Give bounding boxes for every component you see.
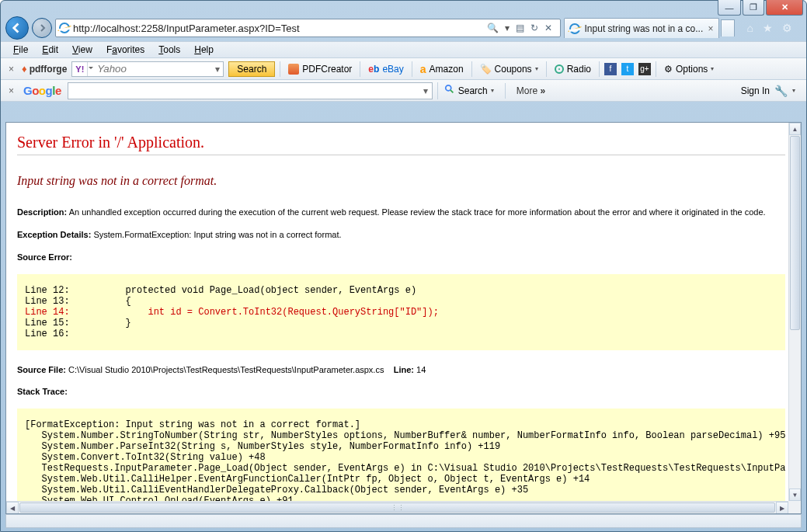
yahoo-search-button[interactable]: Search (228, 61, 275, 77)
menu-view[interactable]: View (66, 43, 99, 57)
pdfforge-logo[interactable]: ♦pdfforge (22, 63, 67, 75)
amazon-icon: a (420, 65, 426, 73)
toolbar1-close-button[interactable]: × (5, 64, 17, 75)
window-frame: — ❐ ✕ 🔍 ▾ ▤ ↻ ✕ Input string wa (0, 0, 807, 532)
source-file: Source File: C:\Visual Studio 2010\Proje… (17, 364, 785, 376)
menu-edit[interactable]: Edit (36, 43, 64, 57)
error-message: Input string was not in a correct format… (17, 174, 785, 188)
svg-line-1 (450, 90, 454, 93)
tab-close-button[interactable]: × (708, 23, 714, 34)
yahoo-icon[interactable]: Y! (72, 62, 88, 76)
exception-details: Exception Details: System.FormatExceptio… (17, 229, 785, 241)
address-bar[interactable]: 🔍 ▾ ▤ ↻ ✕ (55, 19, 561, 37)
window-close-button[interactable]: ✕ (766, 0, 803, 16)
home-icon[interactable]: ⌂ (747, 22, 753, 34)
scroll-thumb-vertical[interactable] (790, 136, 800, 330)
coupons-icon: 🏷️ (480, 64, 492, 75)
twitter-icon[interactable]: t (621, 63, 634, 75)
google-toolbar: × Google ▾ Search▾ More » Sign In 🔧▾ (1, 80, 806, 102)
status-bar (5, 514, 802, 528)
refresh-button[interactable]: ↻ (530, 23, 538, 33)
google-search-input[interactable] (68, 83, 419, 99)
titlebar: — ❐ ✕ (1, 1, 806, 15)
search-icon (444, 84, 455, 97)
new-tab-button[interactable] (721, 19, 735, 37)
pdfcreator-button[interactable]: PDFCreator (285, 64, 355, 75)
horizontal-scrollbar[interactable]: ◀ ⋮⋮ ▶ (6, 501, 788, 513)
source-error-label: Source Error: (17, 252, 785, 263)
toolbar2-close-button[interactable]: × (5, 85, 17, 96)
stop-button[interactable]: ✕ (544, 23, 552, 33)
google-search-button[interactable]: Search▾ (437, 82, 500, 99)
options-button[interactable]: ⚙Options▾ (661, 64, 717, 75)
nav-row: 🔍 ▾ ▤ ↻ ✕ Input string was not in a co..… (5, 15, 802, 41)
svg-point-0 (445, 85, 450, 91)
content-viewport: Server Error in '/' Application. Input s… (5, 122, 802, 514)
google-search-box[interactable]: ▾ (68, 82, 433, 99)
ebay-button[interactable]: eb eBay (365, 64, 406, 75)
menu-bar: File Edit View Favorites Tools Help (1, 41, 806, 58)
menu-tools[interactable]: Tools (152, 43, 186, 57)
browser-tab[interactable]: Input string was not in a co... × (564, 18, 719, 38)
vertical-scrollbar[interactable]: ▲ ▼ (788, 123, 801, 501)
forward-button[interactable] (32, 18, 52, 38)
maximize-button[interactable]: ❐ (743, 0, 764, 16)
google-logo[interactable]: Google (22, 84, 63, 97)
scroll-corner (788, 501, 801, 513)
page-title: Server Error in '/' Application. (17, 134, 785, 151)
signin-button[interactable]: Sign In (741, 85, 770, 96)
yahoo-dropdown-icon[interactable]: ▾ (212, 64, 223, 75)
description: Description: An unhandled exception occu… (17, 207, 785, 218)
scroll-down-button[interactable]: ▼ (789, 489, 801, 501)
menu-help[interactable]: Help (188, 43, 220, 57)
compat-icon[interactable]: ▤ (516, 23, 524, 33)
yahoo-search-box[interactable]: Y! ▾ (71, 61, 224, 77)
coupons-button[interactable]: 🏷️Coupons▾ (477, 64, 541, 75)
radio-button[interactable]: Radio (551, 64, 594, 75)
yahoo-search-input[interactable] (88, 62, 212, 76)
pdf-icon (288, 64, 299, 75)
scroll-up-button[interactable]: ▲ (789, 123, 801, 135)
radio-icon (555, 64, 564, 74)
tools-gear-icon[interactable]: ⚙ (782, 22, 792, 34)
stack-trace: [FormatException: Input string was not i… (17, 409, 785, 513)
stack-trace-label: Stack Trace: (17, 386, 785, 398)
back-button[interactable] (5, 16, 29, 40)
menu-favorites[interactable]: Favorites (100, 43, 151, 57)
source-error-code: Line 12: protected void Page_Load(object… (17, 274, 785, 350)
scroll-thumb-horizontal[interactable]: ⋮⋮ (19, 502, 775, 513)
error-page: Server Error in '/' Application. Input s… (6, 123, 788, 513)
scroll-left-button[interactable]: ◀ (6, 502, 19, 514)
more-button[interactable]: More » (510, 85, 551, 96)
dropdown-caret-icon[interactable]: ▾ (505, 23, 510, 33)
url-input[interactable] (73, 23, 479, 34)
ie-icon (59, 23, 70, 33)
google-dropdown-icon[interactable]: ▾ (419, 85, 432, 96)
gear-icon: ⚙ (664, 64, 673, 75)
tab-favicon-icon (569, 23, 580, 34)
favorites-icon[interactable]: ★ (763, 22, 773, 34)
pdfforge-toolbar: × ♦pdfforge Y! ▾ Search PDFCreator eb eB… (1, 58, 806, 80)
menu-file[interactable]: File (7, 43, 34, 57)
amazon-button[interactable]: aAmazon (417, 64, 467, 75)
search-dropdown-icon[interactable]: 🔍 (487, 23, 499, 33)
minimize-button[interactable]: — (718, 0, 741, 16)
scroll-right-button[interactable]: ▶ (776, 502, 788, 514)
tab-title: Input string was not in a co... (585, 23, 704, 34)
flame-icon: ♦ (22, 63, 27, 75)
wrench-icon[interactable]: 🔧 (774, 85, 788, 97)
facebook-icon[interactable]: f (604, 63, 617, 75)
googleplus-icon[interactable]: g+ (638, 63, 651, 75)
divider (17, 155, 785, 155)
